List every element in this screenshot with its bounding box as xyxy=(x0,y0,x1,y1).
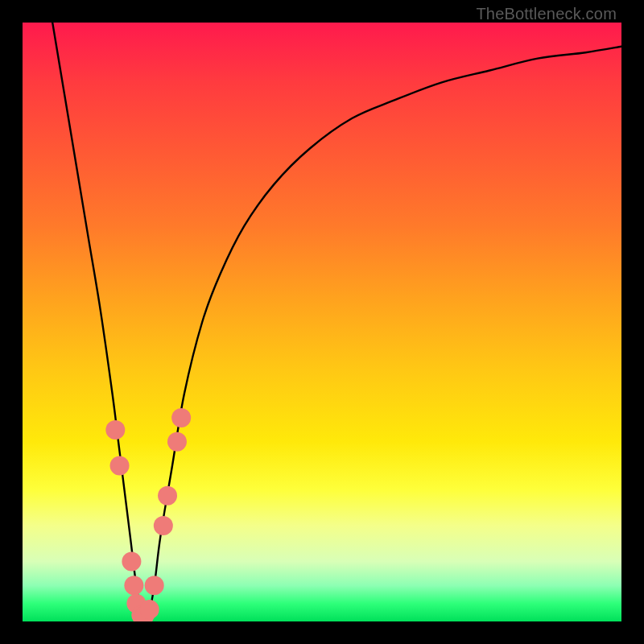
sample-point xyxy=(110,456,130,476)
sample-point xyxy=(140,600,159,619)
sample-point xyxy=(167,432,187,452)
sample-point xyxy=(158,486,177,506)
sample-point xyxy=(122,552,141,572)
sample-point xyxy=(145,576,164,595)
chart-frame: TheBottleneck.com xyxy=(0,0,644,644)
chart-plot-area xyxy=(23,23,621,621)
chart-svg xyxy=(23,23,621,621)
sample-point xyxy=(171,408,191,427)
sample-point xyxy=(154,516,173,535)
sample-point xyxy=(105,420,125,440)
sample-point xyxy=(124,576,143,595)
bottleneck-curve xyxy=(52,23,621,619)
attribution-text: TheBottleneck.com xyxy=(476,5,617,23)
